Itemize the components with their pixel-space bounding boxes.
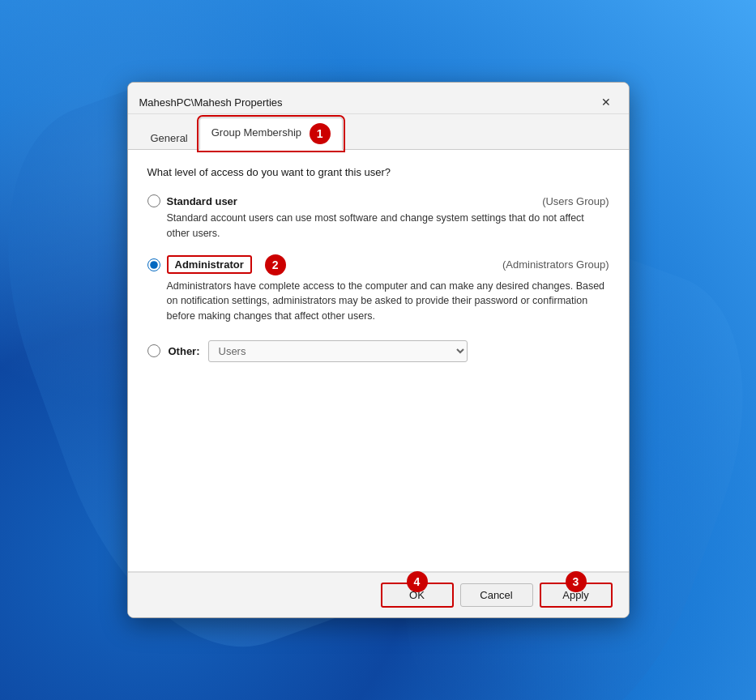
standard-user-option: Standard user (Users Group) Standard acc… — [147, 194, 609, 241]
apply-button[interactable]: 3 Apply — [540, 583, 613, 608]
close-button[interactable]: ✕ — [595, 91, 617, 113]
other-option: Other: Users Administrators Guests Power… — [147, 340, 609, 362]
cancel-button[interactable]: Cancel — [460, 583, 533, 607]
other-label[interactable]: Other: — [169, 345, 200, 357]
dialog-title: MaheshPC\Mahesh Properties — [139, 96, 283, 109]
administrator-description: Administrators have complete access to t… — [167, 279, 609, 324]
access-question: What level of access do you want to gran… — [147, 166, 609, 178]
standard-user-description: Standard account users can use most soft… — [167, 211, 609, 241]
administrator-row: Administrator 2 (Administrators Group) — [147, 254, 609, 275]
standard-user-row: Standard user (Users Group) — [147, 194, 609, 207]
dialog-content: What level of access do you want to gran… — [128, 150, 629, 571]
standard-group-label: (Users Group) — [542, 195, 609, 207]
properties-dialog: MaheshPC\Mahesh Properties ✕ General Gro… — [127, 82, 630, 618]
tab-group-membership[interactable]: Group Membership 1 — [199, 117, 343, 150]
administrator-radio[interactable] — [147, 258, 160, 271]
title-bar: MaheshPC\Mahesh Properties ✕ — [128, 83, 629, 114]
administrator-label-box: Administrator — [167, 255, 252, 274]
administrator-option: Administrator 2 (Administrators Group) A… — [147, 254, 609, 324]
button-bar: 4 OK Cancel 3 Apply — [128, 572, 629, 617]
standard-user-label[interactable]: Standard user — [167, 195, 237, 207]
other-radio[interactable] — [147, 344, 160, 357]
standard-user-radio[interactable] — [147, 194, 160, 207]
other-select[interactable]: Users Administrators Guests Power Users — [208, 340, 468, 362]
administrator-label[interactable]: Administrator — [175, 258, 244, 271]
tab-general[interactable]: General — [139, 127, 199, 149]
administrator-badge: 2 — [265, 254, 286, 275]
tab-badge-1: 1 — [310, 123, 331, 144]
ok-button[interactable]: 4 OK — [381, 583, 454, 608]
ok-badge: 4 — [407, 571, 428, 592]
tab-bar: General Group Membership 1 — [128, 117, 629, 150]
dialog-overlay: MaheshPC\Mahesh Properties ✕ General Gro… — [0, 0, 756, 700]
administrator-group-label: (Administrators Group) — [502, 258, 609, 271]
apply-badge: 3 — [566, 571, 587, 592]
